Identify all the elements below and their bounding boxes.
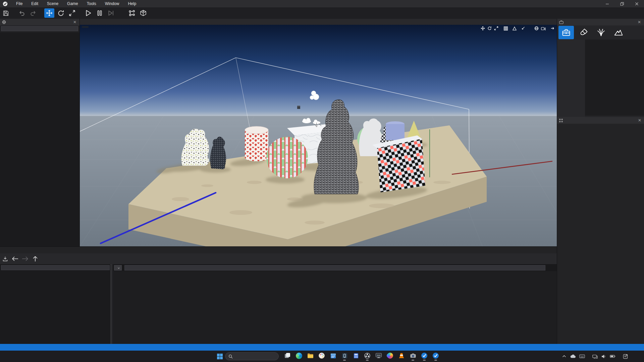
close-button[interactable] — [629, 0, 644, 7]
volume-icon[interactable] — [601, 354, 606, 359]
onedrive-icon[interactable] — [570, 354, 576, 358]
flax-editor-window: FileEditSceneGameToolsWindowHelp — [0, 0, 644, 362]
restore-button[interactable] — [614, 0, 629, 7]
rotate-tool-button[interactable] — [56, 8, 66, 18]
view-button[interactable] — [82, 26, 89, 28]
menu-file[interactable]: File — [12, 0, 27, 7]
world-space-icon[interactable] — [534, 26, 539, 31]
task-view-button[interactable] — [283, 352, 291, 361]
terrain-icon — [613, 28, 624, 37]
svg-text:SNG: SNG — [377, 354, 381, 356]
status-bar — [0, 344, 644, 351]
calculator-app-icon[interactable] — [352, 352, 360, 361]
redo-button[interactable] — [28, 8, 38, 18]
flax-logo-icon — [3, 1, 8, 6]
menu-bar: FileEditSceneGameToolsWindowHelp — [12, 0, 141, 7]
battery-icon[interactable] — [610, 355, 615, 358]
scene-tree — [0, 33, 79, 246]
content-browser — [113, 264, 557, 344]
rotate-gizmo-icon[interactable] — [487, 26, 492, 31]
scene-panel: ✕ — [0, 19, 80, 246]
flax-editor-taskbar-icon-2[interactable] — [432, 352, 440, 361]
toolbox-item-list — [585, 40, 644, 116]
content-nav-bar — [0, 253, 557, 264]
grid-snap-icon[interactable] — [504, 26, 508, 31]
phone-link-icon[interactable] — [340, 352, 348, 361]
toolbox-panel-close-icon[interactable]: ✕ — [637, 20, 642, 24]
windows-taskbar: SNG — [0, 351, 644, 362]
camera-app-icon[interactable] — [409, 352, 417, 361]
content-tree-search-input[interactable] — [1, 265, 110, 270]
toolbox-icon — [559, 20, 564, 24]
build-csg-button[interactable] — [138, 8, 148, 18]
rotate-snap-icon[interactable] — [513, 26, 517, 31]
scene-panel-close-icon[interactable]: ✕ — [72, 20, 77, 24]
view-dropdown[interactable] — [114, 265, 122, 270]
pause-button[interactable] — [95, 8, 105, 18]
menu-tools[interactable]: Tools — [83, 0, 101, 7]
taskbar-icons: SNG — [283, 352, 440, 361]
menu-scene[interactable]: Scene — [43, 0, 63, 7]
properties-panel-body — [557, 124, 644, 344]
file-explorer-icon[interactable] — [306, 352, 314, 361]
content-panel — [0, 246, 557, 344]
save-button[interactable] — [1, 8, 11, 18]
minimize-button[interactable] — [600, 0, 614, 7]
viewport-overlay-toolbar — [481, 26, 555, 31]
title-bar: FileEditSceneGameToolsWindowHelp — [0, 0, 644, 7]
scene-search-input[interactable] — [1, 26, 78, 31]
properties-icon — [559, 119, 563, 122]
obs-studio-icon[interactable] — [363, 352, 371, 361]
nav-back-button[interactable] — [10, 254, 20, 263]
viewport-3d-scene[interactable] — [80, 25, 557, 246]
toolbox-tab-spawn[interactable] — [558, 26, 574, 39]
menu-edit[interactable]: Edit — [27, 0, 43, 7]
start-button[interactable] — [216, 352, 224, 360]
touch-keyboard-icon[interactable] — [579, 354, 585, 358]
tray-expand-icon[interactable] — [562, 355, 566, 358]
camera-speed-icon[interactable] — [541, 26, 546, 31]
toolbox-tab-paint[interactable] — [576, 26, 591, 39]
notification-center-icon[interactable] — [623, 354, 628, 359]
import-button[interactable] — [0, 254, 10, 263]
visject-graph-button[interactable] — [127, 8, 137, 18]
nav-forward-button[interactable] — [20, 254, 30, 263]
scale-snap-icon[interactable] — [521, 26, 525, 30]
color-drop-app-icon[interactable] — [386, 352, 394, 361]
toolbox-panel-header: ✕ — [557, 19, 644, 25]
edge-browser-icon[interactable] — [295, 352, 303, 361]
toolbox-mode-tabs — [557, 25, 644, 40]
scale-gizmo-icon[interactable] — [494, 26, 498, 31]
content-search-input[interactable] — [124, 265, 545, 270]
vlc-player-icon[interactable] — [397, 352, 406, 361]
translate-gizmo-icon[interactable] — [481, 26, 485, 31]
step-frame-button[interactable] — [106, 8, 116, 18]
nav-up-button[interactable] — [30, 254, 40, 263]
toolbox-tab-terrain[interactable] — [611, 26, 626, 39]
scale-tool-button[interactable] — [67, 8, 77, 18]
menu-game[interactable]: Game — [63, 0, 83, 7]
taskbar-search[interactable] — [225, 352, 279, 360]
network-icon[interactable] — [592, 354, 598, 359]
main-toolbar — [0, 7, 644, 19]
calendar-app-icon[interactable] — [329, 352, 337, 361]
toolbox-tab-foliage[interactable] — [593, 26, 609, 39]
translate-tool-button[interactable] — [44, 8, 54, 18]
viewport-3d[interactable] — [80, 25, 557, 246]
paintbrush-icon — [579, 28, 589, 37]
paint-app-icon[interactable] — [318, 352, 326, 361]
play-button[interactable] — [83, 8, 93, 18]
menu-help[interactable]: Help — [123, 0, 141, 7]
menu-window[interactable]: Window — [101, 0, 124, 7]
search-icon — [228, 354, 233, 359]
globe-icon — [2, 20, 6, 24]
content-toolbar — [113, 264, 557, 271]
properties-panel-close-icon[interactable]: ✕ — [637, 118, 642, 122]
undo-button[interactable] — [17, 8, 27, 18]
flax-editor-taskbar-icon[interactable] — [420, 352, 428, 361]
scene-panel-header: ✕ — [0, 19, 79, 25]
expand-viewport-icon[interactable] — [550, 26, 555, 30]
window-controls — [600, 0, 644, 7]
sng-monitor-icon[interactable]: SNG — [375, 352, 383, 361]
properties-panel-header: ✕ — [557, 117, 644, 124]
